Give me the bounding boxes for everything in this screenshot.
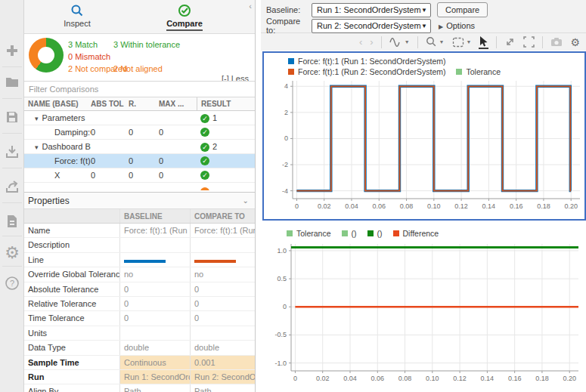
- svg-text:0: 0: [293, 375, 297, 382]
- svg-text:0.06: 0.06: [371, 375, 385, 382]
- svg-text:0.20: 0.20: [563, 375, 576, 382]
- svg-text:1.0: 1.0: [277, 247, 287, 255]
- run-selection-bar: Baseline: Run 1: SecondOrderSystem▼ Comp…: [261, 0, 586, 33]
- import-icon[interactable]: [0, 139, 24, 165]
- svg-text:0.16: 0.16: [510, 202, 523, 210]
- compare-check-icon: [132, 4, 237, 19]
- col-max-diff[interactable]: MAX ...: [159, 97, 197, 110]
- table-row-x[interactable]: X 0 0 0 ✓: [24, 168, 255, 183]
- difference-plot-canvas[interactable]: 00.020.040.060.080.100.120.140.160.180.2…: [262, 238, 586, 389]
- svg-text:0.10: 0.10: [426, 375, 439, 382]
- options-toggle[interactable]: ▶Options: [439, 21, 475, 30]
- add-icon[interactable]: [0, 38, 24, 63]
- result-check-icon: ✓: [200, 171, 209, 180]
- svg-text:-4: -4: [282, 187, 288, 195]
- result-check-icon: ✓: [200, 156, 209, 165]
- fit-to-view-icon[interactable]: [523, 36, 535, 48]
- svg-text:0.18: 0.18: [537, 202, 550, 210]
- prev-icon[interactable]: ‹: [359, 36, 362, 48]
- compare-button[interactable]: Compare: [437, 2, 488, 17]
- svg-text:-0.5: -0.5: [274, 331, 287, 338]
- snapshot-camera-icon[interactable]: [550, 37, 563, 47]
- next-icon[interactable]: ›: [370, 36, 373, 48]
- properties-title: Properties: [28, 196, 70, 206]
- legend-item: Force: f(t):1 (Run 1: SecondOrderSystem): [288, 57, 445, 66]
- chevron-down-icon[interactable]: ⌄: [243, 193, 249, 209]
- prop-row-data-type: Data Type double double: [24, 341, 255, 355]
- filter-comparisons-input[interactable]: [24, 81, 255, 97]
- col-name-base[interactable]: NAME (BASE): [24, 97, 91, 110]
- svg-text:0.14: 0.14: [481, 375, 495, 382]
- difference-plot-legend: Tolerance()()Difference: [262, 225, 586, 238]
- comparison-plot[interactable]: Force: f(t):1 (Run 1: SecondOrderSystem)…: [262, 51, 586, 221]
- properties-header[interactable]: Properties ⌄: [24, 193, 255, 209]
- baseline-run-select[interactable]: Run 1: SecondOrderSystem▼: [312, 3, 431, 17]
- legend-item: Tolerance: [287, 229, 331, 238]
- mismatch-count: 0 Mismatch: [68, 52, 110, 61]
- svg-text:0: 0: [284, 134, 288, 142]
- tab-compare-label: Compare: [166, 19, 203, 31]
- collapse-panel-icon[interactable]: ‹: [249, 2, 252, 11]
- inspect-magnifier-icon: [24, 4, 130, 19]
- tab-compare[interactable]: Compare: [132, 0, 237, 34]
- svg-text:?: ?: [10, 279, 14, 288]
- report-icon[interactable]: [0, 208, 24, 234]
- result-check-icon: ✓: [200, 128, 209, 137]
- dropdown-caret-icon: ▼: [467, 39, 472, 45]
- prop-row-time-tolerance: Time Tolerance 0 0: [24, 311, 255, 326]
- expander-icon[interactable]: ▾: [35, 115, 39, 122]
- comparison-panel: Inspect Compare ‹ 3 Match 3 Within toler…: [24, 0, 256, 392]
- properties-colheader-row: BASELINE COMPARE TO: [24, 209, 255, 224]
- help-icon[interactable]: ?: [0, 270, 24, 296]
- prop-row-relative-tolerance: Relative Tolerance 0 0: [24, 297, 255, 311]
- options-expand-icon: ▶: [439, 23, 443, 30]
- table-row-partial[interactable]: [24, 183, 255, 190]
- match-count: 3 Match: [68, 40, 98, 49]
- zoom-icon[interactable]: ▼: [426, 36, 445, 48]
- col-abs-tol[interactable]: ABS TOL: [91, 97, 129, 110]
- svg-text:0.02: 0.02: [316, 375, 330, 382]
- comparison-plot-canvas[interactable]: 00.020.040.060.080.100.120.140.160.180.2…: [264, 76, 584, 215]
- open-folder-icon[interactable]: [0, 69, 24, 95]
- compare-to-label: Compare to:: [266, 17, 312, 35]
- export-icon[interactable]: [0, 174, 24, 199]
- plot-settings-gear-icon[interactable]: ⚙: [570, 36, 580, 48]
- settings-gear-icon[interactable]: ⚙: [0, 240, 24, 266]
- within-tolerance-count: 3 Within tolerance: [113, 40, 180, 49]
- pointer-tool-icon[interactable]: [479, 35, 488, 49]
- compare-to-run-select[interactable]: Run 2: SecondOrderSystem▼: [312, 19, 431, 33]
- prop-row-sample-time: Sample Time Continuous 0.001: [24, 356, 255, 370]
- app-toolstrip: ⚙ ?: [0, 0, 24, 392]
- svg-text:0: 0: [295, 202, 299, 210]
- legend-swatch: [367, 230, 374, 236]
- legend-item: Difference: [393, 229, 439, 238]
- comparisons-table: NAME (BASE) ABS TOL R. MAX ... RESULT ▾P…: [24, 97, 255, 191]
- expand-plot-icon[interactable]: [504, 36, 516, 48]
- difference-plot[interactable]: Tolerance()()Difference 00.020.040.060.0…: [262, 225, 586, 392]
- svg-text:0.20: 0.20: [564, 202, 578, 210]
- table-row-dashboard-blocks[interactable]: ▾Dashboard Blocks ✓2: [24, 140, 255, 154]
- col-result[interactable]: RESULT: [197, 97, 255, 110]
- zoom-region-icon[interactable]: ▼: [452, 37, 472, 48]
- comparison-plot-legend: Force: f(t):1 (Run 1: SecondOrderSystem)…: [264, 53, 584, 76]
- table-row-damping[interactable]: Damping:G 0 0 0 ✓: [24, 125, 255, 140]
- svg-text:0.08: 0.08: [398, 375, 412, 382]
- prop-row-units: Units: [24, 326, 255, 341]
- expander-icon[interactable]: ▾: [35, 144, 39, 151]
- plot-toolbar: ‹ › ▼ ▼ ▼ ⚙: [261, 33, 586, 51]
- save-icon[interactable]: [0, 104, 24, 130]
- tab-inspect[interactable]: Inspect: [24, 0, 130, 34]
- svg-text:0.04: 0.04: [343, 375, 357, 382]
- svg-text:0.12: 0.12: [454, 202, 468, 210]
- legend-item: Force: f(t):1 (Run 2: SecondOrderSystem): [288, 67, 445, 76]
- dropdown-caret-icon: ▼: [405, 39, 410, 45]
- svg-text:0.14: 0.14: [482, 202, 496, 210]
- col-rel-tol[interactable]: R.: [129, 97, 159, 110]
- signal-trace-icon[interactable]: ▼: [389, 36, 410, 48]
- legend-item: (): [342, 229, 357, 238]
- summary-donut-chart: [29, 38, 64, 73]
- table-row-parameters[interactable]: ▾Parameters ✓1: [24, 111, 255, 125]
- table-row-force-selected[interactable]: Force: f(t):1 0 0 0 ✓: [24, 154, 255, 168]
- legend-item: (): [367, 229, 383, 238]
- svg-text:-1.0: -1.0: [274, 360, 287, 367]
